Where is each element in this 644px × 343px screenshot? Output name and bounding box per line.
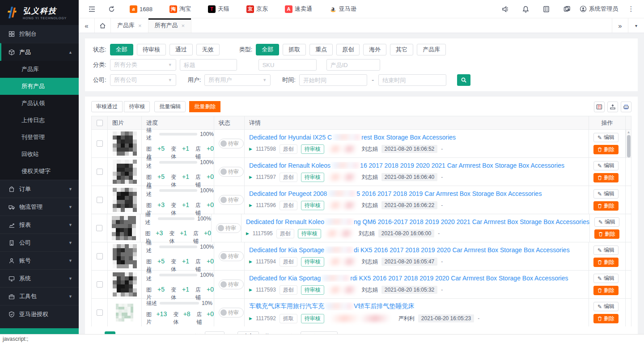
sidebar-item-控制台[interactable]: 控制台 (0, 25, 79, 43)
sidebar-subitem-产品认领[interactable]: 产品认领 (0, 95, 79, 112)
sidebar-item-产品[interactable]: 产品▲ (0, 43, 79, 61)
notifications-bell-icon[interactable] (519, 2, 532, 16)
delete-button[interactable]: 删除 (593, 314, 619, 323)
delete-button[interactable]: 删除 (593, 145, 619, 154)
product-thumbnail[interactable] (113, 244, 137, 268)
row-checkbox[interactable] (97, 140, 103, 147)
play-icon[interactable]: ▶ (249, 288, 252, 292)
export-icon[interactable] (607, 102, 618, 112)
marketplace-link-速卖通[interactable]: A速卖通 (285, 5, 312, 13)
row-checkbox[interactable] (96, 225, 102, 231)
close-icon[interactable]: × (182, 22, 185, 29)
marketplace-link-1688[interactable]: a1688 (130, 5, 153, 13)
columns-setting-icon[interactable] (594, 102, 605, 112)
marketplace-link-京东[interactable]: 京京东 (246, 5, 268, 13)
filter-option-待审核[interactable]: 待审核 (137, 44, 166, 55)
sidebar-subitem-产品库[interactable]: 产品库 (0, 61, 79, 78)
company-select[interactable]: 所有公司▼ (110, 74, 176, 86)
sidebar-subitem-所有产品[interactable]: 所有产品 (0, 78, 79, 95)
menu-fold-icon[interactable] (85, 2, 98, 16)
sidebar-subitem-回收站[interactable]: 回收站 (0, 146, 79, 163)
play-icon[interactable]: ▶ (249, 259, 252, 264)
filter-option-全部[interactable]: 全部 (256, 44, 279, 55)
start-time-input[interactable] (299, 74, 367, 86)
edit-button[interactable]: ✎编辑 (593, 246, 619, 255)
row-checkbox[interactable] (97, 253, 103, 259)
sidebar-item-报表[interactable]: 报表▼ (0, 216, 79, 233)
product-title-link[interactable]: Dedicated for Hyundai IX25 Crest Box Sto… (249, 134, 589, 141)
delete-button[interactable]: 删除 (593, 258, 619, 267)
announcement-icon[interactable] (498, 2, 512, 16)
batch-edit-button[interactable]: 批量编辑 (154, 101, 186, 112)
delete-button[interactable]: 删除 (594, 229, 619, 239)
user-menu[interactable]: 系统管理员 (575, 5, 623, 13)
sidebar-item-工具包[interactable]: 工具包▼ (0, 287, 79, 305)
play-icon[interactable]: ▶ (246, 231, 249, 236)
filter-option-无效[interactable]: 无效 (196, 44, 220, 55)
tabs-menu-icon[interactable]: ▾ (628, 18, 644, 33)
tab-产品库[interactable]: 产品库× (111, 18, 148, 33)
more-menu-icon[interactable]: ⋮ (624, 2, 638, 16)
sku-input[interactable] (258, 59, 317, 71)
marketplace-link-淘宝[interactable]: 淘淘宝 (169, 5, 191, 13)
delete-button[interactable]: 删除 (593, 201, 619, 211)
print-icon[interactable] (621, 102, 631, 112)
approve-button[interactable]: 审核通过 (91, 101, 123, 112)
tabs-scroll-right-icon[interactable]: » (612, 18, 628, 33)
sidebar-item-物流管理[interactable]: 物流管理▼ (0, 198, 79, 216)
delete-button[interactable]: 删除 (593, 286, 619, 295)
play-icon[interactable]: ▶ (249, 175, 252, 179)
product-title-link[interactable]: Dedicated for Peugeot 20085 2016 2017 20… (249, 190, 589, 197)
sidebar-item-账号[interactable]: 账号▼ (0, 251, 79, 269)
marketplace-link-亚马逊[interactable]: a亚马逊 (329, 5, 356, 13)
play-icon[interactable]: ▶ (249, 203, 252, 207)
sidebar-item-亚马逊授权[interactable]: 亚马逊授权 (0, 305, 79, 323)
product-title-link[interactable]: Dedicated for Kia Sportagedi KX5 2016 20… (249, 246, 589, 254)
filter-option-重点[interactable]: 重点 (309, 44, 333, 55)
coupon-icon[interactable] (560, 2, 573, 16)
scrollbar-thumb[interactable] (627, 135, 631, 157)
select-all-checkbox[interactable] (97, 120, 103, 126)
table-scrollbar[interactable]: ▲ (626, 130, 631, 157)
edit-button[interactable]: ✎编辑 (593, 302, 619, 311)
product-thumbnail[interactable] (112, 216, 136, 240)
filter-option-原创[interactable]: 原创 (336, 44, 360, 55)
play-icon[interactable]: ▶ (249, 147, 252, 151)
product-title-link[interactable]: 车载充气床车用旅行汽车充V轿车后排气垫睡觉床 (249, 302, 589, 310)
edit-button[interactable]: ✎编辑 (593, 133, 619, 142)
edit-button[interactable]: ✎编辑 (593, 161, 619, 170)
sidebar-item-订单[interactable]: 订单▼ (0, 180, 79, 198)
marketplace-link-天猫[interactable]: T天猫 (208, 5, 229, 13)
sidebar-item-系统[interactable]: 系统▼ (0, 269, 79, 287)
row-checkbox[interactable] (97, 197, 103, 203)
category-select[interactable]: 所有分类▼ (110, 59, 176, 71)
filter-option-海外[interactable]: 海外 (363, 44, 386, 55)
title-input[interactable] (180, 59, 237, 71)
product-id-input[interactable] (326, 59, 380, 71)
edit-button[interactable]: ✎编辑 (593, 189, 619, 199)
filter-option-全部[interactable]: 全部 (110, 44, 133, 55)
product-title-link[interactable]: Dedicated for Kia Sportagrdi KX5 2016 20… (249, 275, 589, 282)
refresh-icon[interactable] (105, 2, 118, 16)
scroll-up-icon[interactable]: ▲ (627, 130, 631, 135)
tab-所有产品[interactable]: 所有产品× (148, 18, 192, 33)
sidebar-subitem-刊登管理[interactable]: 刊登管理 (0, 129, 79, 146)
filter-option-通过[interactable]: 通过 (169, 44, 193, 55)
product-thumbnail[interactable] (113, 188, 137, 212)
sidebar-subitem-侵权关键字[interactable]: 侵权关键字 (0, 163, 79, 180)
edit-button[interactable]: ✎编辑 (594, 217, 619, 227)
calculator-icon[interactable] (539, 2, 553, 16)
sidebar-item-公司[interactable]: 公司▼ (0, 233, 79, 251)
row-checkbox[interactable] (97, 309, 103, 316)
pending-review-button[interactable]: 待审核 (124, 101, 150, 112)
product-thumbnail[interactable] (113, 131, 137, 156)
user-select[interactable]: 所有用户▼ (204, 74, 271, 86)
delete-button[interactable]: 删除 (593, 173, 619, 182)
filter-option-其它[interactable]: 其它 (390, 44, 413, 55)
product-title-link[interactable]: Dedicated for Renault Koleong QM6 2016-2… (246, 218, 589, 225)
end-time-input[interactable] (378, 74, 446, 86)
row-checkbox[interactable] (97, 169, 103, 175)
edit-button[interactable]: ✎编辑 (593, 274, 619, 283)
product-thumbnail[interactable] (113, 272, 137, 296)
filter-option-抓取[interactable]: 抓取 (283, 44, 306, 55)
